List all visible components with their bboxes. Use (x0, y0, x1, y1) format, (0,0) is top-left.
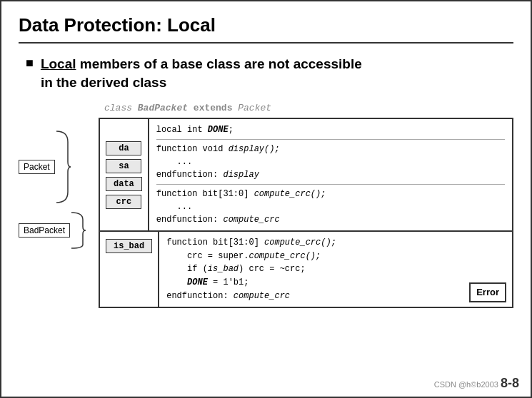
bullet-icon: ■ (26, 56, 34, 71)
diagram-body: Packet BadPacket (19, 118, 513, 308)
bottom-code-line1: function bit[31:0] compute_crc(); (166, 236, 505, 250)
page-number: CSDN @h©b2003 8-8 (434, 376, 519, 391)
field-data: data (106, 177, 142, 191)
code-display-func: function void display(); (156, 143, 505, 155)
diagram-area: class BadPacket extends Packet Packet Ba… (19, 103, 513, 308)
bottom-code-line4: DONE = 1'b1; (166, 276, 505, 290)
top-code-col: local int DONE; function void display();… (149, 119, 512, 230)
code-dots2: ... (156, 200, 505, 213)
packet-label-box: Packet (19, 160, 55, 174)
error-box: Error (469, 282, 506, 302)
bottom-section: is_bad function bit[31:0] compute_crc();… (100, 232, 512, 307)
code-endfunction-display: endfunction: display (156, 168, 505, 181)
bullet-point: ■ Local members of a base class are not … (26, 55, 513, 91)
class-header: class BadPacket extends Packet (104, 103, 271, 113)
field-da: da (106, 141, 141, 155)
field-is-bad: is_bad (106, 239, 152, 253)
bullet-text-main: members of a base class are not accessib… (41, 56, 362, 90)
bullet-text: Local members of a base class are not ac… (41, 55, 362, 91)
top-section: da sa data crc local int DONE; function … (100, 119, 512, 232)
badpacket-label-group: BadPacket (19, 209, 86, 252)
footer-csdn: CSDN @h©b2003 (434, 380, 501, 389)
field-sa: sa (106, 159, 141, 173)
field-crc: crc (106, 195, 141, 209)
code-dots1: ... (156, 155, 505, 168)
bottom-code-line2: crc = super.compute_crc(); (166, 250, 505, 263)
slide: Data Protection: Local ■ Local members o… (0, 0, 532, 398)
code-endfunction-crc1: endfunction: compute_crc (156, 213, 505, 226)
page-num-strong: 8-8 (501, 376, 519, 390)
packet-brace-svg (55, 128, 71, 206)
class-header-text: class BadPacket extends Packet (104, 103, 271, 113)
fields-col: da sa data crc (100, 119, 149, 230)
code-local-int: local int DONE; (156, 123, 505, 136)
code-crc-func: function bit[31:0] compute_crc(); (156, 188, 505, 200)
bottom-field-col: is_bad (100, 232, 159, 307)
slide-title: Data Protection: Local (19, 14, 513, 44)
code-divider2 (156, 184, 505, 185)
main-class-box: da sa data crc local int DONE; function … (99, 118, 513, 308)
bottom-code-line5: endfunction: compute_crc (166, 290, 505, 303)
code-divider1 (156, 139, 505, 140)
packet-label-group: Packet (19, 128, 71, 206)
bottom-code-line3: if (is_bad) crc = ~crc; (166, 262, 505, 276)
badpacket-label-box: BadPacket (19, 223, 70, 238)
badpacket-brace-svg (70, 209, 86, 252)
bullet-local: Local (41, 56, 76, 71)
bottom-code-col: function bit[31:0] compute_crc(); crc = … (159, 232, 512, 307)
